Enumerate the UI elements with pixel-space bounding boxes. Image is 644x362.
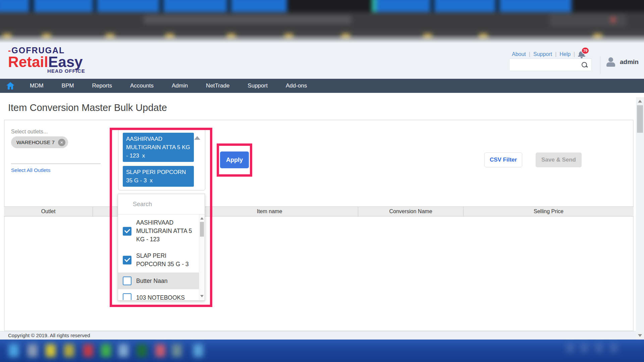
scrollbar-thumb[interactable] bbox=[637, 105, 643, 133]
chrome-fade bbox=[0, 34, 644, 43]
page-title: Item Conversion Master Bulk Update bbox=[8, 102, 167, 113]
col-item-name: Item name bbox=[181, 207, 358, 216]
support-link[interactable]: Support bbox=[533, 51, 552, 57]
dropdown-search-box[interactable] bbox=[118, 194, 205, 215]
header-search-box[interactable] bbox=[509, 59, 592, 71]
browser-tab bbox=[97, 0, 160, 12]
taskbar-icon bbox=[172, 344, 182, 357]
col-outlet: Outlet bbox=[4, 207, 93, 216]
nav-item-support[interactable]: Support bbox=[238, 79, 277, 93]
selected-item-label: SLAP PERI POPCORN 35 G - 3 bbox=[126, 169, 186, 184]
checkbox-checked[interactable] bbox=[123, 227, 131, 236]
taskbar-icon bbox=[64, 344, 74, 357]
username: admin bbox=[620, 58, 639, 66]
outlet-divider bbox=[11, 164, 101, 164]
browser-tab bbox=[0, 0, 30, 12]
copyright-text: Copyright © 2019. All rights reserved bbox=[8, 333, 90, 338]
logo-retaileasy: RetailEasy bbox=[8, 55, 85, 69]
taskbar-icon bbox=[9, 344, 19, 357]
item-dropdown-panel: AASHIRVAAD MULTIGRAIN ATTA 5 KG - 123 SL… bbox=[118, 194, 205, 301]
browser-tab bbox=[434, 0, 496, 12]
apply-button[interactable]: Apply bbox=[220, 152, 249, 168]
outlet-chip-label: WAREHOUSE 7 bbox=[16, 139, 55, 145]
dropdown-scrollbar[interactable] bbox=[199, 215, 205, 300]
about-link[interactable]: About bbox=[512, 51, 526, 57]
dropdown-list-item[interactable]: AASHIRVAAD MULTIGRAIN ATTA 5 KG - 123 bbox=[118, 215, 200, 248]
csv-filter-button[interactable]: CSV Filter bbox=[484, 153, 522, 167]
selected-item-label: AASHIRVAAD MULTIGRAIN ATTA 5 KG - 123 bbox=[126, 136, 190, 159]
dropdown-list-item[interactable]: 103 NOTEBOOKS bbox=[118, 289, 200, 300]
browser-tab bbox=[34, 0, 93, 12]
selected-item-tag: SLAP PERI POPCORN 35 G - 3x bbox=[123, 166, 194, 187]
retaileasy-logo: -GOFRUGAL RetailEasy HEAD OFFICE bbox=[8, 46, 85, 74]
remove-outlet-icon[interactable]: × bbox=[58, 139, 65, 146]
taskbar-icon bbox=[118, 344, 128, 357]
browser-toolbar bbox=[0, 12, 644, 31]
nav-item-addons[interactable]: Add-ons bbox=[277, 79, 316, 93]
scroll-up-arrow-icon[interactable] bbox=[638, 100, 642, 103]
user-menu[interactable]: admin bbox=[606, 57, 639, 67]
main-nav: MDM BPM Reports Accounts Admin NetTrade … bbox=[0, 79, 644, 93]
user-avatar-icon bbox=[606, 57, 616, 67]
scroll-up-arrow-icon[interactable] bbox=[200, 217, 204, 220]
page-scrollbar[interactable] bbox=[636, 97, 644, 340]
remove-item-icon[interactable]: x bbox=[142, 153, 145, 159]
browser-tab-favicon bbox=[372, 0, 376, 12]
windows-taskbar-blurred bbox=[0, 340, 644, 362]
search-icon[interactable] bbox=[581, 62, 588, 68]
nav-item-bpm[interactable]: BPM bbox=[53, 79, 83, 93]
browser-tab bbox=[231, 0, 287, 12]
scroll-down-arrow-icon[interactable] bbox=[638, 334, 642, 337]
nav-item-reports[interactable]: Reports bbox=[83, 79, 121, 93]
browser-tab-area bbox=[572, 0, 644, 12]
dropdown-list-item[interactable]: SLAP PERI POPCORN 35 G - 3 bbox=[118, 248, 200, 273]
item-label: Butter Naan bbox=[136, 277, 196, 285]
logo-head-office: HEAD OFFICE bbox=[47, 68, 85, 74]
item-label: SLAP PERI POPCORN 35 G - 3 bbox=[136, 252, 196, 268]
dropdown-list-item[interactable]: Butter Naan bbox=[118, 273, 200, 289]
app-header: -GOFRUGAL RetailEasy HEAD OFFICE About |… bbox=[0, 43, 644, 79]
tray-icon bbox=[610, 344, 618, 353]
browser-tab bbox=[376, 0, 431, 12]
table-header-row: Outlet Item name Conversion Name Selling… bbox=[4, 206, 634, 217]
scrollbar-thumb[interactable] bbox=[200, 222, 204, 237]
nav-home[interactable] bbox=[0, 79, 21, 93]
browser-chrome-blurred bbox=[0, 0, 644, 43]
selected-item-tag: AASHIRVAAD MULTIGRAIN ATTA 5 KG - 123x bbox=[123, 133, 194, 162]
select-all-outlets-link[interactable]: Select All Outlets bbox=[11, 167, 50, 173]
header-search-input[interactable] bbox=[512, 59, 579, 71]
taskbar-icon bbox=[28, 344, 38, 357]
scroll-down-arrow-icon[interactable] bbox=[200, 295, 204, 297]
taskbar-icon bbox=[155, 344, 165, 357]
taskbar-icon bbox=[137, 344, 147, 357]
collapse-arrow-icon[interactable] bbox=[194, 136, 200, 140]
content-panel bbox=[4, 120, 634, 331]
taskbar-blur-layer bbox=[0, 340, 644, 362]
nav-item-nettrade[interactable]: NetTrade bbox=[197, 79, 238, 93]
checkbox-unchecked[interactable] bbox=[123, 293, 131, 300]
col-selling-price: Selling Price bbox=[464, 207, 634, 216]
header-divider bbox=[600, 56, 600, 74]
remove-item-icon[interactable]: x bbox=[150, 177, 153, 184]
item-label: 103 NOTEBOOKS bbox=[136, 294, 196, 300]
item-multiselect-box[interactable]: AASHIRVAAD MULTIGRAIN ATTA 5 KG - 123x S… bbox=[118, 128, 205, 190]
taskbar-icon bbox=[101, 344, 111, 357]
taskbar-icon bbox=[46, 344, 56, 357]
nav-item-admin[interactable]: Admin bbox=[163, 79, 197, 93]
tray-icon bbox=[580, 344, 588, 353]
header-links: About | Support | Help | bbox=[512, 50, 585, 58]
taskbar-icon bbox=[193, 344, 203, 357]
nav-item-accounts[interactable]: Accounts bbox=[121, 79, 163, 93]
tray-icon bbox=[566, 344, 574, 353]
help-link[interactable]: Help bbox=[559, 51, 571, 57]
nav-item-mdm[interactable]: MDM bbox=[21, 79, 53, 93]
checkbox-unchecked[interactable] bbox=[123, 277, 131, 285]
toolbar-icon-red bbox=[610, 17, 616, 23]
checkbox-checked[interactable] bbox=[123, 256, 131, 264]
outlet-chip: WAREHOUSE 7 × bbox=[11, 136, 68, 148]
dropdown-search-input[interactable] bbox=[133, 199, 197, 209]
dropdown-item-list: AASHIRVAAD MULTIGRAIN ATTA 5 KG - 123 SL… bbox=[118, 215, 205, 300]
taskbar-icon bbox=[83, 344, 93, 357]
browser-tab bbox=[499, 0, 572, 12]
item-label: AASHIRVAAD MULTIGRAIN ATTA 5 KG - 123 bbox=[136, 219, 196, 244]
